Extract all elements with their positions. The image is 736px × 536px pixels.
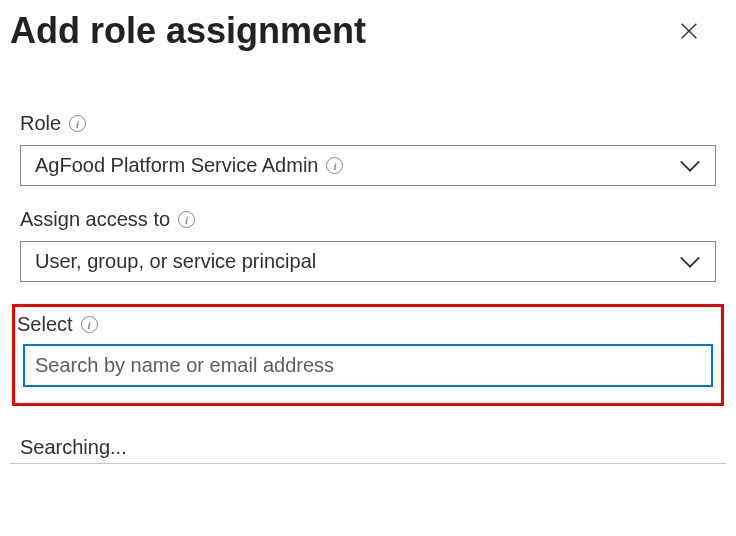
assign-field-group: Assign access to i User, group, or servi… (10, 208, 726, 282)
info-icon[interactable]: i (178, 211, 195, 228)
assign-dropdown-value: User, group, or service principal (35, 250, 316, 273)
role-field-group: Role i AgFood Platform Service Admin i (10, 112, 726, 186)
assign-label-row: Assign access to i (20, 208, 716, 231)
role-label: Role (20, 112, 61, 135)
info-icon[interactable]: i (81, 316, 98, 333)
role-label-row: Role i (20, 112, 716, 135)
assign-label: Assign access to (20, 208, 170, 231)
search-status-text: Searching... (20, 436, 127, 458)
role-dropdown-value: AgFood Platform Service Admin i (35, 154, 343, 177)
chevron-down-icon (679, 255, 701, 269)
search-status-row: Searching... (10, 436, 726, 464)
info-icon[interactable]: i (326, 157, 343, 174)
info-icon[interactable]: i (69, 115, 86, 132)
role-value-text: AgFood Platform Service Admin (35, 154, 318, 177)
panel-title: Add role assignment (10, 10, 366, 52)
close-button[interactable] (674, 16, 704, 46)
assign-value-text: User, group, or service principal (35, 250, 316, 273)
chevron-down-icon (679, 159, 701, 173)
select-label-row: Select i (15, 313, 713, 336)
select-label: Select (17, 313, 73, 336)
select-field-group: Select i (12, 304, 724, 406)
close-icon (678, 20, 700, 42)
select-search-input[interactable] (23, 344, 713, 387)
assign-dropdown[interactable]: User, group, or service principal (20, 241, 716, 282)
role-dropdown[interactable]: AgFood Platform Service Admin i (20, 145, 716, 186)
panel-header: Add role assignment (10, 10, 726, 52)
